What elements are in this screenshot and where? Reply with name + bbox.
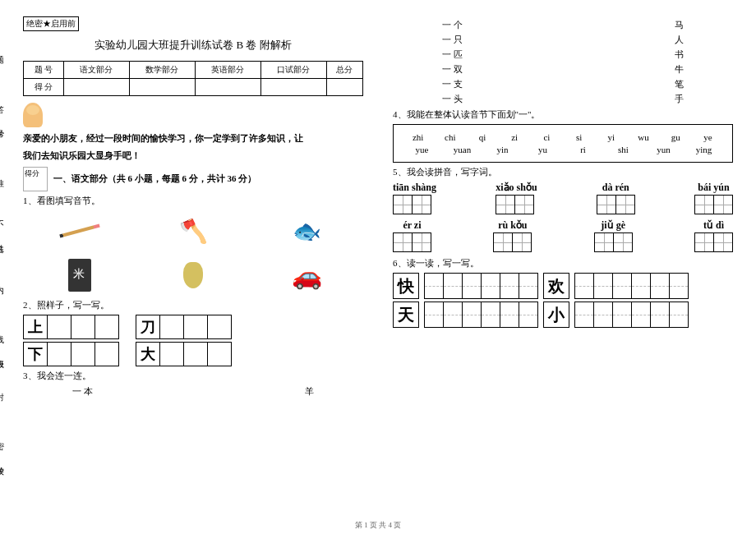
th: 数学部分 (129, 62, 195, 79)
write-row: 天 小 (393, 302, 733, 328)
margin-label-name: 姓名____ (0, 238, 5, 255)
match-row: 一 只人 (393, 34, 733, 46)
score-box: 得分 (23, 167, 48, 191)
question-4: 4、我能在整体认读音节下面划"一"。 (393, 108, 733, 121)
trace-group: 刀 (136, 315, 232, 339)
match-row: 一 个马 (393, 19, 733, 31)
pinyin-row: zhichiqizicisiyiwuguye (402, 132, 724, 142)
py: tǔ dì (694, 219, 733, 232)
right-column: 一 个马 一 只人 一 匹书 一 双牛 一 支笔 一 头手 4、我能在整体认读音… (378, 16, 748, 509)
image-row-2: 🚗 (23, 255, 363, 296)
trace-group: 下 (23, 342, 119, 366)
margin-label-school: 学校____ (0, 460, 5, 476)
py: tiān shàng (393, 182, 436, 194)
th: 英语部分 (195, 62, 260, 79)
score-table: 题 号 语文部分 数学部分 英语部分 口试部分 总分 得 分 (23, 61, 363, 96)
py: ér zi (393, 219, 431, 232)
trace-char: 下 (23, 342, 48, 366)
question-2: 2、照样子，写一写。 (23, 299, 363, 311)
intro-block: 亲爱的小朋友，经过一段时间的愉快学习，你一定学到了许多知识，让 我们去知识乐园大… (23, 103, 363, 162)
th: 题 号 (24, 62, 64, 79)
th: 总分 (326, 62, 362, 79)
margin-label-class: 班级____ (0, 353, 5, 370)
row-label: 得 分 (24, 79, 64, 96)
pinyin-write-row: ér zi rù kǒu jiǔ gè tǔ dì (393, 219, 733, 252)
section-heading: 一、语文部分（共 6 小题，每题 6 分，共计 36 分） (53, 173, 257, 183)
py: bái yún (694, 182, 733, 194)
margin-label-id: 学号____ (0, 123, 5, 140)
pinyin-write-row: tiān shàng xiǎo shǒu dà rén bái yún (393, 182, 733, 214)
fish-icon: 🐟 (282, 210, 331, 251)
pencil-icon (55, 210, 104, 251)
intro-line2: 我们去知识乐园大显身手吧！ (23, 150, 363, 162)
image-row-1: 🪓 🐟 (23, 210, 363, 251)
pinyin-row: yueyuanyinyurishiyunying (402, 145, 724, 154)
py: dà rén (597, 182, 635, 194)
model-char: 快 (393, 273, 419, 299)
py: jiǔ gè (594, 219, 633, 232)
match-row: 一 匹书 (393, 48, 733, 61)
match-row: 一 本羊 (23, 385, 363, 398)
axe-icon: 🪓 (168, 210, 218, 251)
pear-icon (168, 255, 218, 296)
child-icon (23, 103, 43, 127)
trace-char: 刀 (136, 315, 160, 339)
match-row: 一 双牛 (393, 63, 733, 76)
page-footer: 第 1 页 共 4 页 (0, 520, 756, 531)
py: xiǎo shǒu (496, 182, 537, 194)
py: rù kǒu (493, 219, 532, 232)
rice-icon (55, 255, 104, 296)
trace-group: 大 (136, 342, 232, 366)
th: 语文部分 (63, 62, 129, 79)
question-3: 3、我会连一连。 (23, 370, 363, 382)
question-6: 6、读一读，写一写。 (393, 257, 733, 269)
left-column: 绝密★启用前 实验幼儿园大班提升训练试卷 B 卷 附解析 题 号 语文部分 数学… (8, 16, 378, 509)
trace-group: 上 (23, 315, 119, 339)
match-row: 一 支笔 (393, 78, 733, 90)
pinyin-box: zhichiqizicisiyiwuguye yueyuanyinyurishi… (393, 124, 733, 163)
car-icon: 🚗 (282, 255, 331, 296)
exam-title: 实验幼儿园大班提升训练试卷 B 卷 附解析 (23, 38, 363, 53)
question-5: 5、我会读拼音，写字词。 (393, 166, 733, 178)
intro-line1: 亲爱的小朋友，经过一段时间的愉快学习，你一定学到了许多知识，让 (23, 132, 363, 145)
th: 口试部分 (260, 62, 326, 79)
write-row: 快 欢 (393, 273, 733, 299)
confidential-label: 绝密★启用前 (23, 16, 79, 31)
trace-char: 上 (23, 315, 48, 339)
trace-char: 大 (136, 342, 160, 366)
model-char: 小 (543, 302, 569, 328)
model-char: 欢 (543, 273, 569, 299)
match-row: 一 头手 (393, 93, 733, 105)
question-1: 1、看图填写音节。 (23, 195, 363, 207)
model-char: 天 (393, 302, 419, 328)
